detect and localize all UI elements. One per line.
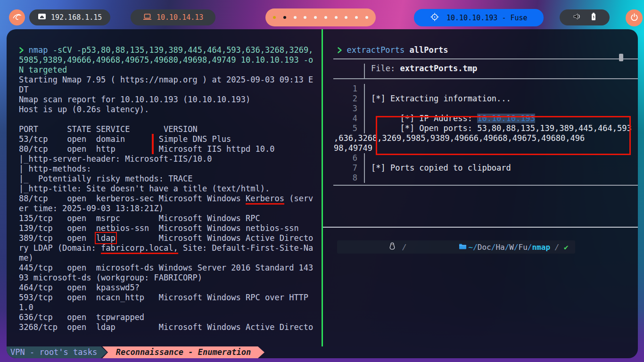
bat-rule-top (333, 58, 638, 59)
terminal-line: Host is up (0.26s latency). (19, 105, 313, 115)
power-icon (630, 13, 639, 24)
file-label: File: (371, 64, 400, 73)
terminal-line: |_http-server-header: Microsoft-IIS/10.0 (19, 154, 313, 164)
bat-line-content (365, 173, 371, 183)
file-name: extractPorts.tmp (400, 64, 477, 73)
line-number: 3 (323, 104, 365, 114)
workspace-dot[interactable] (345, 16, 347, 19)
target-machine-indicator[interactable]: 10.10.10.193 - Fuse (414, 9, 544, 26)
terminal-line: |_http-title: Site doesn't have a title … (19, 184, 313, 194)
prompt-chevron-icon (19, 47, 24, 56)
kali-logo-icon (12, 12, 22, 23)
workspace-dot[interactable] (335, 16, 338, 19)
terminal-line: 93 microsoft-ds (workgroup: FABRICORP) (19, 273, 313, 283)
terminal-line: 3268/tcp open ldap Microsoft Windows Act… (19, 322, 313, 332)
line-number: 4 (323, 114, 365, 123)
bat-file-header: File: extractPorts.tmp (323, 64, 638, 78)
terminal-line: |_ Potentially risky methods: TRACE (19, 174, 313, 184)
tux-icon (344, 233, 396, 261)
ethernet-ip-label: 192.168.1.15 (51, 13, 102, 22)
target-machine-label: 10.10.10.193 - Fuse (446, 14, 528, 22)
terminal-line: DT (19, 85, 313, 95)
terminal-line: PORT STATE SERVICE VERSION (19, 124, 313, 134)
terminal-line: 135/tcp open msrpc Microsoft Windows RPC (19, 214, 313, 223)
workspace-switcher (265, 8, 376, 26)
terminal-line: 636/tcp open tcpwrapped (19, 313, 313, 322)
terminal-line (19, 115, 313, 124)
bat-line-content: [*] Extracting information... (365, 94, 511, 104)
terminal-line: 80/tcp open http Microsoft IIS httpd 10.… (19, 144, 313, 154)
line-number: 7 (323, 163, 365, 173)
nmap-output: nmap -sCV -p53,80,88,135,139,389,445,464… (19, 45, 313, 332)
terminal-panes: nmap -sCV -p53,80,88,135,139,389,445,464… (7, 29, 638, 346)
terminal-window: nmap -sCV -p53,80,88,135,139,389,445,464… (7, 29, 638, 358)
bat-row: 7[*] Ports copied to clipboard (323, 163, 638, 173)
terminal-line: ry LDAP (Domain: fabricorp.local, Site: … (19, 243, 313, 253)
workspace-dot[interactable] (294, 16, 297, 19)
workspace-dot[interactable] (355, 16, 358, 19)
top-bar: 192.168.1.15 10.10.14.13 10.10.10.193 - … (0, 4, 644, 25)
red-annotation-line (152, 134, 154, 154)
line-number: 2 (323, 94, 365, 104)
system-tray[interactable] (560, 9, 610, 25)
terminal-line: | http-methods: (19, 164, 313, 174)
workspace-dot[interactable] (314, 16, 317, 19)
target-icon (430, 12, 439, 24)
shell-prompt-bar: / ~/Doc/Ha/W/Fu/nmap / ✔ (337, 240, 575, 254)
prompt-separator: / (397, 243, 411, 252)
line-number: 6 (323, 153, 365, 163)
terminal-line: Nmap scan report for 10.10.10.193 (10.10… (19, 95, 313, 105)
bat-line-content (365, 104, 371, 114)
terminal-line: 593/tcp open ncacn_http Microsoft Window… (19, 293, 313, 303)
red-annotation-box (376, 116, 631, 155)
current-path: ~/Doc/Ha/W/Fu/nmap / ✔ (469, 243, 569, 252)
active-task-tab[interactable]: Reconnaissance - Enumeration (102, 346, 264, 358)
folder-icon (413, 234, 466, 261)
terminal-line: er time: 2025-09-03 13:18:21Z) (19, 204, 313, 214)
bat-gutter (323, 64, 365, 78)
workspace-dot[interactable] (304, 16, 306, 19)
line-number: 5 (323, 123, 365, 133)
volume-icon (573, 13, 582, 22)
bat-rule-mid (333, 78, 638, 79)
line-number: 8 (323, 173, 365, 183)
power-button[interactable] (626, 9, 643, 26)
bat-row: 8 (323, 173, 638, 183)
terminal-line: me) (19, 253, 313, 263)
status-bar: VPN - root's tasks Reconnaissance - Enum… (7, 346, 638, 358)
ethernet-ip-indicator[interactable]: 192.168.1.15 (29, 9, 110, 25)
session-tab[interactable]: VPN - root's tasks (7, 346, 101, 358)
ethernet-icon (38, 13, 46, 22)
terminal-line: 445/tcp open microsoft-ds Windows Server… (19, 263, 313, 273)
bat-line-content (365, 84, 371, 94)
terminal-line: 53/tcp open domain Simple DNS Plus (19, 134, 313, 144)
workspace-dot[interactable] (365, 16, 368, 19)
bat-line-content (365, 153, 371, 163)
terminal-line: 5985,9389,49666,49668,49675,49680,49698,… (19, 55, 313, 65)
terminal-line: nmap -sCV -p53,80,88,135,139,389,445,464… (19, 45, 313, 55)
battery-charging-icon (591, 12, 596, 23)
bat-rule-bottom (333, 185, 638, 186)
extractports-command: extractPorts allPorts (337, 45, 448, 55)
vpn-ip-label: 10.10.14.13 (157, 13, 203, 22)
workspace-dot[interactable] (324, 16, 327, 19)
terminal-line: Starting Nmap 7.95 ( https://nmap.org ) … (19, 75, 313, 85)
terminal-line: 88/tcp open kerberos-sec Microsoft Windo… (19, 194, 313, 204)
prompt-chevron-icon (337, 47, 342, 56)
terminal-line: N targeted (19, 65, 313, 75)
scrollbar-thumb[interactable] (619, 54, 623, 61)
workspace-dot[interactable] (273, 16, 276, 19)
terminal-line: 389/tcp open ldap Microsoft Windows Acti… (19, 233, 313, 243)
terminal-line: 1.0 (19, 303, 313, 313)
nmap-terminal-pane[interactable]: nmap -sCV -p53,80,88,135,139,389,445,464… (7, 29, 322, 346)
vpn-ip-indicator[interactable]: 10.10.14.13 (131, 9, 215, 25)
bat-row: 2[*] Extracting information... (323, 94, 638, 104)
workspace-dot[interactable] (283, 16, 286, 19)
kali-menu-button[interactable] (9, 9, 25, 25)
bat-line-content: [*] Ports copied to clipboard (365, 163, 511, 173)
extractports-terminal-pane[interactable]: extractPorts allPorts File: extractPorts… (323, 29, 638, 346)
terminal-line: 464/tcp open kpasswd5? (19, 283, 313, 293)
bat-row: 3 (323, 104, 638, 114)
bat-row: 1 (323, 84, 638, 94)
terminal-line: 139/tcp open netbios-ssn Microsoft Windo… (19, 223, 313, 233)
